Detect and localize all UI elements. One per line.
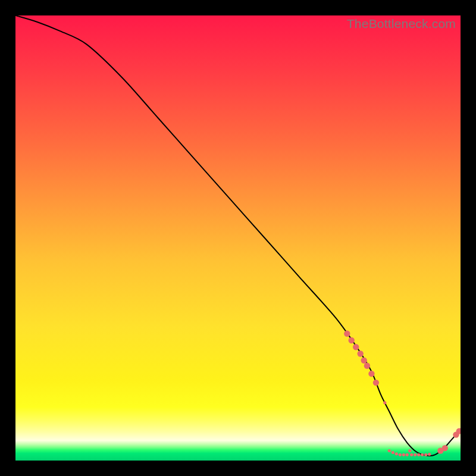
marker-dot-small	[383, 401, 386, 404]
marker-dot-small	[406, 453, 409, 456]
marker-dot	[368, 371, 374, 377]
marker-dot	[344, 331, 350, 337]
marker-dot-small	[410, 453, 413, 456]
marker-dot	[358, 350, 364, 356]
marker-dot-small	[402, 453, 405, 456]
marker-dot-small	[414, 453, 416, 456]
marker-dot	[364, 363, 370, 369]
plot-area: TheBottleneck.com	[15, 15, 461, 461]
highlight-dots-small	[383, 401, 431, 456]
marker-dot	[373, 380, 379, 386]
marker-dot	[353, 344, 359, 350]
chart-stage: TheBottleneck.com	[0, 0, 476, 476]
chart-overlay	[15, 15, 461, 461]
marker-dot	[442, 445, 448, 451]
marker-dot-small	[424, 453, 427, 456]
marker-dot	[361, 358, 367, 364]
marker-dot-small	[399, 453, 402, 456]
marker-dot-small	[395, 452, 398, 455]
marker-dot	[349, 337, 355, 343]
bottleneck-curve-line	[15, 15, 461, 456]
marker-dot-small	[421, 453, 424, 456]
marker-dot-small	[428, 453, 431, 456]
marker-dot-small	[388, 449, 391, 452]
marker-dot-small	[392, 451, 394, 454]
marker-dot-small	[417, 453, 420, 456]
marker-dot-small	[408, 449, 411, 452]
